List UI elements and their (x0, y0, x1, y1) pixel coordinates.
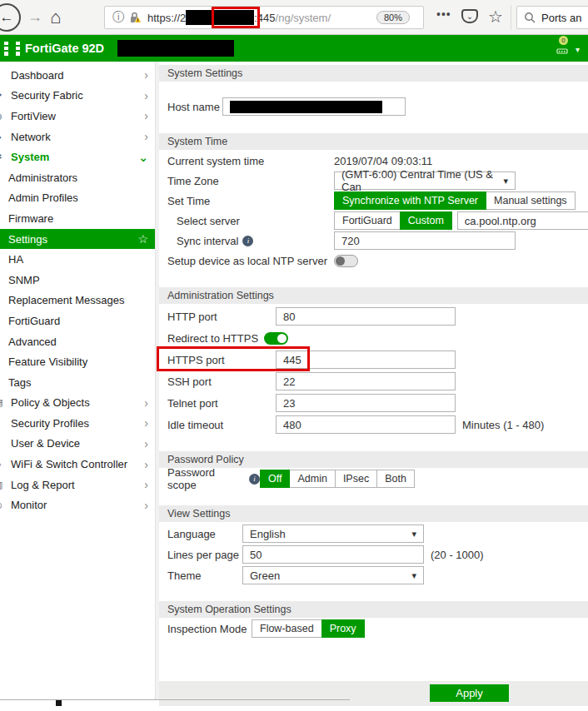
apply-button[interactable]: Apply (430, 684, 509, 702)
sidebar-item-label: Replacement Messages (8, 294, 148, 306)
sidebar-item-fortiguard[interactable]: FortiGuard (0, 311, 155, 331)
sidebar-item-security-fabric[interactable]: ❖ Security Fabric › (0, 86, 155, 107)
favorite-star-icon[interactable]: ☆ (137, 232, 148, 246)
redirect-https-row: Redirect to HTTPS (167, 329, 588, 347)
info-icon[interactable]: i (242, 236, 253, 246)
custom-server-button[interactable]: Custom (400, 211, 452, 230)
sidebar-item-label: Tags (8, 376, 148, 389)
http-port-input[interactable] (276, 307, 456, 326)
sidebar-item-log-report[interactable]: ▥ Log & Report › (0, 475, 155, 495)
pocket-button[interactable]: ⌄ (461, 9, 478, 23)
sidebar-item-dashboard[interactable]: ◕ Dashboard › (0, 65, 155, 86)
security-fabric-icon: ❖ (0, 90, 11, 101)
set-time-segment: Synchronize with NTP Server Manual setti… (334, 191, 576, 210)
ssh-port-input[interactable] (276, 372, 456, 390)
page-title: System Settings (159, 65, 588, 82)
time-zone-value: (GMT-6:00) Central Time (US & Can (341, 168, 503, 193)
flow-based-button[interactable]: Flow-based (252, 619, 322, 638)
sync-interval-row: Sync interval i (167, 231, 588, 250)
taskbar-fragment (56, 700, 62, 706)
manual-settings-button[interactable]: Manual settings (486, 191, 576, 210)
sidebar-item-system[interactable]: ✱ System ⌄ (0, 147, 155, 167)
idle-timeout-label: Idle timeout (167, 419, 276, 431)
sidebar-item-settings[interactable]: Settings ☆ (0, 229, 155, 250)
idle-timeout-input[interactable] (276, 415, 456, 434)
sidebar-item-fortiview[interactable]: ◉ FortiView › (0, 106, 155, 127)
sidebar-item-label: Admin Profiles (8, 191, 148, 204)
scope-admin-button[interactable]: Admin (289, 470, 335, 488)
sidebar-item-label: FortiView (11, 110, 144, 122)
current-time-value: 2019/07/04 09:03:11 (334, 155, 432, 167)
redirect-https-toggle[interactable] (264, 332, 288, 345)
sidebar-item-label: Monitor (11, 499, 144, 511)
sidebar-item-label: Security Profiles (11, 417, 144, 430)
https-port-label: HTTPS port (167, 354, 276, 366)
redacted-host-name-value (230, 101, 382, 113)
site-info-icon[interactable]: ⓘ (112, 10, 124, 25)
section-administration-settings: Administration Settings (159, 287, 588, 304)
notification-badge: 0 (559, 36, 568, 45)
main-content: System Settings Host name System Time Cu… (159, 62, 588, 711)
host-name-input[interactable] (222, 97, 406, 116)
info-icon[interactable]: i (249, 474, 260, 485)
fortiguard-server-button[interactable]: FortiGuard (334, 211, 401, 230)
forward-button[interactable]: → (27, 8, 42, 26)
sidebar-item-feature-visibility[interactable]: Feature Visibility (0, 351, 155, 372)
time-zone-select[interactable]: (GMT-6:00) Central Time (US & Can ▾ (334, 172, 516, 190)
sidebar-item-snmp[interactable]: SNMP (0, 270, 155, 291)
home-button[interactable]: ⌂ (50, 7, 61, 28)
browser-search-input[interactable]: Ports an (516, 6, 588, 29)
sidebar-item-label: User & Device (11, 437, 144, 450)
back-button[interactable]: ← (0, 3, 21, 32)
page-actions-button[interactable]: ••• (436, 7, 451, 21)
sidebar-item-firmware[interactable]: Firmware (0, 208, 155, 229)
language-select[interactable]: English ▾ (242, 525, 424, 543)
telnet-port-input[interactable] (276, 394, 456, 412)
admin-menu[interactable]: 0 ▾ (556, 43, 580, 54)
dashboard-icon: ◕ (0, 70, 11, 80)
fortinet-logo-icon (4, 42, 20, 56)
password-scope-label: Password scope i (167, 466, 260, 491)
system-icon: ✱ (0, 152, 11, 162)
theme-label: Theme (167, 569, 242, 582)
https-port-input[interactable] (276, 351, 456, 369)
sidebar-item-policy-objects[interactable]: ▤ Policy & Objects › (0, 393, 155, 414)
sidebar-item-label: System (11, 151, 138, 163)
chevron-right-icon: › (144, 130, 148, 143)
sidebar-item-ha[interactable]: HA (0, 249, 155, 270)
language-label: Language (167, 528, 242, 540)
sidebar-item-tags[interactable]: Tags (0, 372, 155, 393)
scope-off-button[interactable]: Off (260, 470, 290, 488)
ntp-sync-button[interactable]: Synchronize with NTP Server (334, 191, 486, 210)
sidebar-item-administrators[interactable]: Administrators (0, 167, 155, 188)
scope-both-button[interactable]: Both (376, 470, 415, 488)
theme-select[interactable]: Green ▾ (242, 566, 424, 584)
sidebar-item-wifi-switch-controller[interactable]: ◇ WiFi & Switch Controller › (0, 454, 155, 475)
set-time-label: Set Time (167, 195, 334, 207)
page-zoom-badge[interactable]: 80% (376, 11, 410, 24)
redacted-hostname (117, 40, 234, 57)
chevron-right-icon: › (144, 499, 148, 512)
sidebar-item-replacement-messages[interactable]: Replacement Messages (0, 291, 155, 311)
sync-interval-input[interactable] (334, 231, 516, 250)
sidebar-item-advanced[interactable]: Advanced (0, 331, 155, 352)
sidebar-item-label: Administrators (8, 172, 148, 184)
sidebar-item-user-device[interactable]: ◓ User & Device › (0, 434, 155, 455)
scope-ipsec-button[interactable]: IPsec (335, 470, 377, 488)
sidebar-item-network[interactable]: ◆ Network › (0, 127, 155, 147)
dropdown-caret-icon: ▾ (411, 529, 416, 539)
ssh-port-label: SSH port (167, 375, 276, 388)
insecure-lock-icon[interactable] (129, 12, 142, 24)
ntp-server-input[interactable] (457, 211, 588, 230)
sidebar-item-monitor[interactable]: ◎ Monitor › (0, 495, 155, 515)
sidebar-item-admin-profiles[interactable]: Admin Profiles (0, 188, 155, 209)
bookmark-button[interactable]: ☆ (488, 7, 503, 27)
proxy-button[interactable]: Proxy (321, 619, 365, 638)
url-path-text: /ng/system/ (276, 12, 331, 24)
local-ntp-toggle[interactable] (334, 255, 358, 267)
url-bar[interactable]: ⓘ https://2 :445 /ng/system/ 80% (104, 6, 424, 29)
sidebar-item-security-profiles[interactable]: ◐ Security Profiles › (0, 413, 155, 434)
sidebar-item-label: Log & Report (11, 479, 144, 491)
theme-value: Green (250, 569, 280, 582)
lines-per-page-input[interactable] (242, 545, 424, 564)
